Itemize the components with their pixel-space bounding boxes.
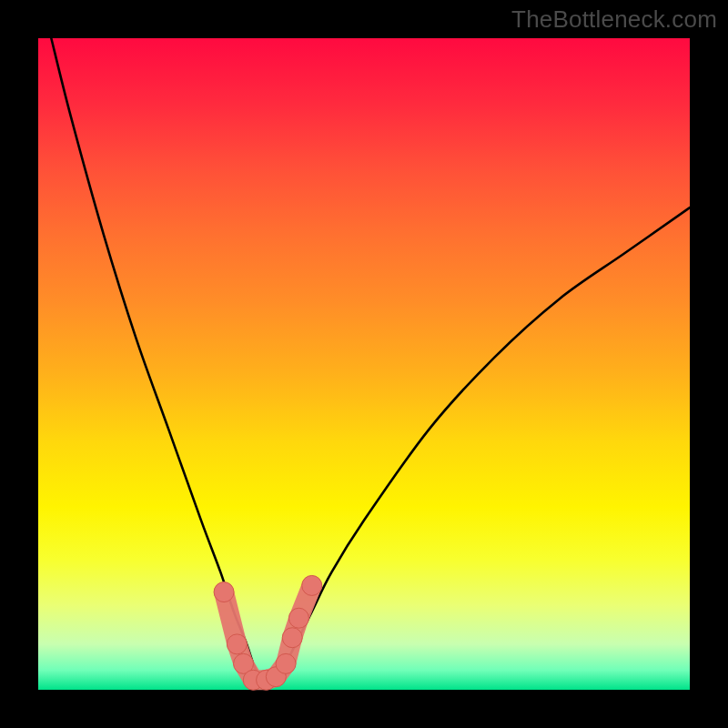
plot-area: [38, 38, 690, 690]
curve-svg: [38, 38, 690, 690]
curve-markers: [214, 575, 322, 690]
marker-dot: [288, 608, 308, 628]
watermark-text: TheBottleneck.com: [511, 5, 717, 34]
marker-dot: [302, 575, 322, 595]
marker-dot: [227, 634, 247, 654]
bottleneck-curve: [51, 38, 690, 684]
marker-dot: [282, 628, 302, 648]
marker-dot: [214, 582, 234, 602]
marker-dot: [276, 653, 296, 673]
chart-frame: TheBottleneck.com: [0, 0, 728, 728]
